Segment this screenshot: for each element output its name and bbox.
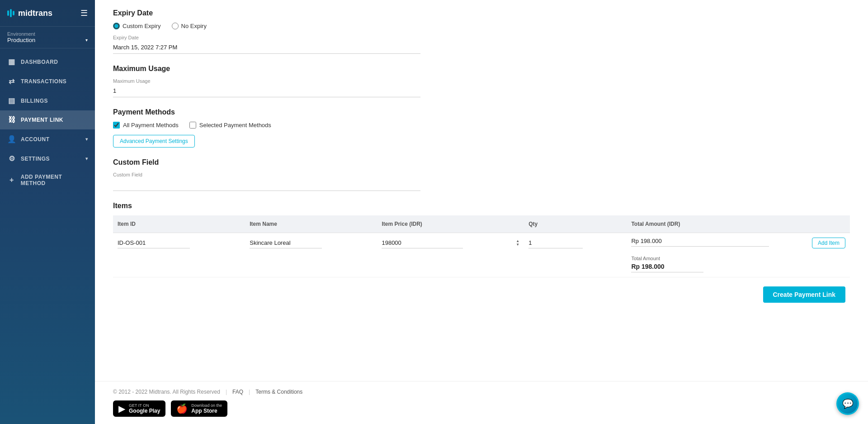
qty-input[interactable] bbox=[528, 238, 583, 248]
google-play-sub: GET IT ON bbox=[129, 403, 160, 408]
sidebar-item-transactions[interactable]: ⇄ Transactions bbox=[0, 71, 95, 91]
app-store-sub: Download on the bbox=[191, 403, 222, 408]
sidebar-item-add-payment-method[interactable]: + Add Payment Method bbox=[0, 168, 95, 192]
chevron-down-icon: ▾ bbox=[85, 38, 88, 43]
expiry-date-field-group: Expiry Date bbox=[113, 35, 850, 54]
google-play-icon: ▶ bbox=[118, 403, 125, 414]
footer-divider-1: | bbox=[226, 389, 227, 395]
item-price-input[interactable] bbox=[382, 238, 463, 248]
google-play-main: Google Play bbox=[129, 408, 160, 414]
custom-expiry-radio[interactable] bbox=[113, 23, 120, 29]
sidebar-item-settings[interactable]: ⚙ Settings ▾ bbox=[0, 149, 95, 168]
expiry-radio-group: Custom Expiry No Expiry bbox=[113, 23, 850, 29]
maximum-usage-field-group: Maximum Usage bbox=[113, 78, 850, 97]
logo-bar-1 bbox=[7, 10, 9, 16]
item-price-cell: ▲ ▼ bbox=[377, 233, 524, 277]
expiry-date-label: Expiry Date bbox=[113, 35, 850, 40]
qty-cell bbox=[524, 233, 627, 277]
logo-bar-3 bbox=[13, 11, 14, 15]
app-badges: ▶ GET IT ON Google Play 🍎 Download on th… bbox=[113, 400, 850, 417]
sidebar-item-label: Payment Link bbox=[21, 117, 63, 123]
transactions-icon: ⇄ bbox=[7, 77, 16, 86]
payment-link-icon: ⛓ bbox=[7, 116, 16, 124]
no-expiry-radio-label[interactable]: No Expiry bbox=[172, 23, 207, 29]
price-down-icon[interactable]: ▼ bbox=[516, 243, 519, 247]
environment-label: Environment bbox=[7, 31, 88, 37]
custom-field-section: Custom Field Custom Field bbox=[113, 158, 850, 191]
sidebar-header: midtrans ☰ bbox=[0, 0, 95, 27]
items-table-header: Item ID Item Name Item Price (IDR) Qty T… bbox=[113, 215, 850, 233]
item-id-input[interactable] bbox=[118, 238, 190, 248]
items-table: Item ID Item Name Item Price (IDR) Qty T… bbox=[113, 215, 850, 277]
items-section: Items Item ID Item Name Item Price (IDR)… bbox=[113, 202, 850, 307]
app-store-icon: 🍎 bbox=[176, 403, 188, 414]
col-actions bbox=[774, 215, 850, 233]
app-store-text: Download on the App Store bbox=[191, 403, 222, 414]
account-expand-icon: ▾ bbox=[85, 137, 88, 142]
chat-avatar: 💬 bbox=[838, 394, 858, 414]
sidebar-item-label: Billings bbox=[21, 98, 48, 104]
custom-field-title: Custom Field bbox=[113, 158, 850, 167]
dashboard-icon: ▦ bbox=[7, 57, 16, 66]
sidebar-item-dashboard[interactable]: ▦ Dashboard bbox=[0, 52, 95, 71]
total-amount-cell: Rp 198.000 Total Amount Rp 198.000 bbox=[627, 233, 774, 277]
advanced-payment-settings-button[interactable]: Advanced Payment Settings bbox=[113, 135, 195, 148]
item-name-cell bbox=[245, 233, 377, 277]
total-value: Rp 198.000 bbox=[631, 263, 703, 272]
col-item-id: Item ID bbox=[113, 215, 245, 233]
expiry-date-input[interactable] bbox=[113, 41, 420, 54]
item-id-cell bbox=[113, 233, 245, 277]
selected-payment-methods-label[interactable]: Selected Payment Methods bbox=[189, 122, 271, 129]
page-footer: © 2012 - 2022 Midtrans. All Rights Reser… bbox=[95, 381, 868, 424]
item-name-input[interactable] bbox=[250, 238, 322, 248]
no-expiry-radio[interactable] bbox=[172, 23, 179, 29]
sidebar-item-payment-link[interactable]: ⛓ Payment Link bbox=[0, 110, 95, 129]
table-row: ▲ ▼ Rp 198.000 Total Amount bbox=[113, 233, 850, 277]
logo-text: midtrans bbox=[18, 9, 52, 18]
sidebar-item-label: Account bbox=[21, 136, 50, 143]
sidebar-item-label: Dashboard bbox=[21, 59, 58, 65]
custom-expiry-radio-label[interactable]: Custom Expiry bbox=[113, 23, 161, 29]
add-payment-method-icon: + bbox=[7, 176, 16, 184]
total-label: Total Amount bbox=[631, 256, 769, 261]
add-item-button[interactable]: Add Item bbox=[812, 238, 845, 248]
app-store-badge[interactable]: 🍎 Download on the App Store bbox=[171, 400, 227, 417]
terms-link[interactable]: Terms & Conditions bbox=[255, 389, 302, 395]
app-store-main: App Store bbox=[191, 408, 222, 414]
sidebar-logo: midtrans bbox=[7, 9, 52, 18]
payment-methods-checkbox-group: All Payment Methods Selected Payment Met… bbox=[113, 122, 850, 129]
custom-field-group: Custom Field bbox=[113, 172, 850, 191]
col-total-amount: Total Amount (IDR) bbox=[627, 215, 774, 233]
sidebar-item-billings[interactable]: ▤ Billings bbox=[0, 91, 95, 110]
items-table-body: ▲ ▼ Rp 198.000 Total Amount bbox=[113, 233, 850, 277]
sidebar-item-account[interactable]: 👤 Account ▾ bbox=[0, 129, 95, 149]
create-payment-link-button[interactable]: Create Payment Link bbox=[763, 286, 846, 303]
logo-icon bbox=[7, 9, 14, 17]
logo-bar-2 bbox=[10, 9, 12, 17]
google-play-text: GET IT ON Google Play bbox=[129, 403, 160, 414]
environment-selector[interactable]: Environment Production ▾ bbox=[0, 27, 95, 48]
custom-field-input[interactable] bbox=[113, 178, 420, 191]
footer-links: © 2012 - 2022 Midtrans. All Rights Reser… bbox=[113, 389, 850, 395]
expiry-date-section: Expiry Date Custom Expiry No Expiry Expi… bbox=[113, 9, 850, 54]
add-item-cell: Add Item bbox=[774, 233, 850, 277]
payment-methods-section: Payment Methods All Payment Methods Sele… bbox=[113, 108, 850, 148]
all-payment-methods-label[interactable]: All Payment Methods bbox=[113, 122, 179, 129]
maximum-usage-input[interactable] bbox=[113, 85, 420, 97]
maximum-usage-title: Maximum Usage bbox=[113, 65, 850, 73]
faq-link[interactable]: FAQ bbox=[232, 389, 243, 395]
google-play-badge[interactable]: ▶ GET IT ON Google Play bbox=[113, 400, 165, 417]
chat-bubble[interactable]: 💬 bbox=[836, 392, 859, 415]
sidebar-item-label: Settings bbox=[21, 156, 50, 162]
sidebar-nav: ▦ Dashboard ⇄ Transactions ▤ Billings ⛓ … bbox=[0, 48, 95, 424]
col-qty: Qty bbox=[524, 215, 627, 233]
sidebar-item-label: Add Payment Method bbox=[21, 174, 88, 186]
selected-payment-methods-checkbox[interactable] bbox=[189, 122, 196, 129]
row-total-amount: Rp 198.000 bbox=[631, 238, 769, 247]
hamburger-icon[interactable]: ☰ bbox=[80, 8, 88, 18]
payment-methods-title: Payment Methods bbox=[113, 108, 850, 116]
settings-icon: ⚙ bbox=[7, 154, 16, 163]
settings-expand-icon: ▾ bbox=[85, 156, 88, 161]
col-item-price: Item Price (IDR) bbox=[377, 215, 524, 233]
all-payment-methods-checkbox[interactable] bbox=[113, 122, 120, 129]
